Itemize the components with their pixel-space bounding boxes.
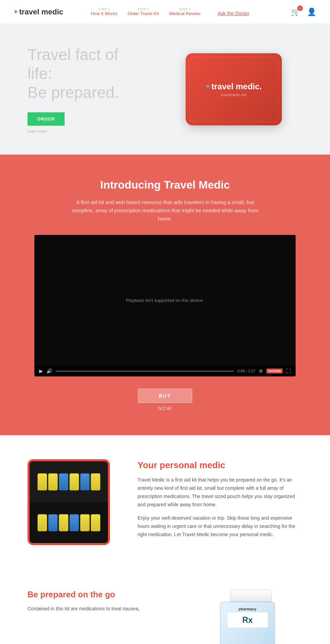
cart-button[interactable]: 🛒 0 bbox=[291, 8, 300, 16]
vial-6 bbox=[91, 473, 100, 490]
kit-case-image: + travel medic. travelmedic.net bbox=[186, 53, 282, 125]
bottle-cap bbox=[230, 590, 272, 602]
hero-content: Travel fact of life: Be prepared. ORDER … bbox=[28, 45, 165, 134]
bottle-body: pharmacy Rx bbox=[220, 602, 275, 644]
kit-logo-text: travel medic. bbox=[211, 82, 262, 91]
logo-cross-icon: + bbox=[14, 8, 18, 16]
personal-content: Your personal medic Travel Medic is a fi… bbox=[138, 460, 302, 544]
intro-subtitle: A first aid kit and web based resource t… bbox=[65, 198, 265, 223]
prepared-content: Be prepared on the go Contained in this … bbox=[28, 590, 179, 613]
prepared-text: Contained in this kit are medications to… bbox=[28, 605, 179, 613]
progress-bar[interactable] bbox=[56, 371, 234, 372]
intro-title: Introducing Travel Medic bbox=[34, 179, 296, 191]
buy-now-section: BUY NOW bbox=[34, 388, 296, 411]
personal-text-2: Enjoy your well-deserved vacation or tri… bbox=[138, 514, 302, 539]
settings-button[interactable]: ⚙ bbox=[259, 369, 263, 374]
personal-medic-section: Your personal medic Travel Medic is a fi… bbox=[0, 435, 330, 569]
buy-button[interactable]: BUY bbox=[138, 388, 192, 403]
vial-11 bbox=[80, 514, 90, 531]
vial-4 bbox=[69, 473, 79, 490]
hero-section: Travel fact of life: Be prepared. ORDER … bbox=[0, 24, 330, 155]
intro-section: Introducing Travel Medic A first aid kit… bbox=[0, 155, 330, 435]
vial-5 bbox=[80, 473, 90, 490]
nav-label-1: How It Works bbox=[91, 11, 117, 16]
kit-logo-cross: + bbox=[206, 82, 210, 91]
hero-title-line1: Travel fact of bbox=[28, 46, 118, 64]
header: + travel medic STEP 1 How It Works STEP … bbox=[0, 0, 330, 24]
vial-12 bbox=[91, 514, 100, 531]
prepared-title: Be prepared on the go bbox=[28, 590, 179, 599]
time-display: 0:00 / 1:17 bbox=[238, 369, 255, 373]
kit-open-image bbox=[28, 459, 117, 545]
nav-step-1: STEP 1 bbox=[98, 8, 110, 11]
nav-how-it-works[interactable]: STEP 1 How It Works bbox=[91, 8, 117, 16]
nav-label-3: Medical Review bbox=[169, 11, 200, 16]
video-container[interactable]: Playback isn't supported on this device.… bbox=[34, 235, 296, 376]
video-controls: ▶ 🔊 0:00 / 1:17 ⚙ YouTube ⛶ bbox=[34, 365, 296, 376]
prepared-section: Be prepared on the go Contained in this … bbox=[0, 569, 330, 644]
main-nav: STEP 1 How It Works STEP 2 Order Travel … bbox=[91, 8, 249, 16]
logo[interactable]: + travel medic bbox=[14, 8, 63, 16]
vial-3 bbox=[59, 473, 68, 490]
pharmacy-image: pharmacy Rx bbox=[199, 590, 302, 644]
personal-text-1: Travel Medic is a first aid kit that hel… bbox=[138, 476, 302, 509]
vial-2 bbox=[48, 473, 58, 490]
nav-label-2: Order Travel Kit bbox=[128, 11, 159, 16]
hero-title: Travel fact of life: Be prepared. bbox=[28, 45, 165, 102]
vial-8 bbox=[48, 514, 58, 531]
vial-7 bbox=[37, 514, 47, 531]
nav-step-3: STEP 3 bbox=[179, 8, 191, 11]
vial-1 bbox=[37, 473, 47, 490]
kit-open-case bbox=[28, 459, 110, 545]
fullscreen-button[interactable]: ⛶ bbox=[286, 368, 291, 374]
hero-title-line3: Be prepared. bbox=[28, 83, 119, 101]
kit-top-compartment bbox=[30, 461, 108, 502]
pharmacy-bottle: pharmacy Rx bbox=[220, 590, 282, 644]
personal-title: Your personal medic bbox=[138, 460, 302, 471]
vial-10 bbox=[69, 514, 79, 531]
user-account-button[interactable]: 👤 bbox=[307, 8, 316, 16]
kit-logo: + travel medic. bbox=[206, 82, 262, 91]
mute-button[interactable]: 🔊 bbox=[46, 368, 52, 374]
nav-medical-review[interactable]: STEP 3 Medical Review bbox=[169, 8, 200, 16]
video-message: Playback isn't supported on this device. bbox=[126, 298, 204, 303]
bottle-rx: Rx bbox=[230, 615, 265, 625]
vial-9 bbox=[59, 514, 68, 531]
nav-step-2: STEP 2 bbox=[138, 8, 149, 11]
youtube-badge: YouTube bbox=[266, 369, 283, 373]
now-text: NOW bbox=[34, 406, 296, 411]
nav-ask-doctor[interactable]: Ask the Doctor bbox=[218, 11, 249, 16]
cart-badge: 0 bbox=[297, 5, 303, 11]
bottle-pharmacy-text: pharmacy bbox=[239, 607, 256, 611]
hero-title-line2: life: bbox=[28, 65, 52, 82]
bottle-label: Rx bbox=[228, 612, 268, 628]
order-button[interactable]: ORDER bbox=[28, 112, 65, 126]
logo-text: travel medic bbox=[19, 8, 63, 16]
video-screen: Playback isn't supported on this device. bbox=[34, 235, 296, 365]
play-button[interactable]: ▶ bbox=[39, 368, 43, 374]
header-icons: 🛒 0 👤 bbox=[291, 8, 316, 16]
kit-url: travelmedic.net bbox=[221, 93, 247, 97]
hero-image: + travel medic. travelmedic.net bbox=[165, 53, 302, 125]
learn-more-link[interactable]: Learn more bbox=[28, 129, 165, 133]
kit-bottom-compartment bbox=[30, 502, 108, 543]
nav-order-kit[interactable]: STEP 2 Order Travel Kit bbox=[128, 8, 159, 16]
